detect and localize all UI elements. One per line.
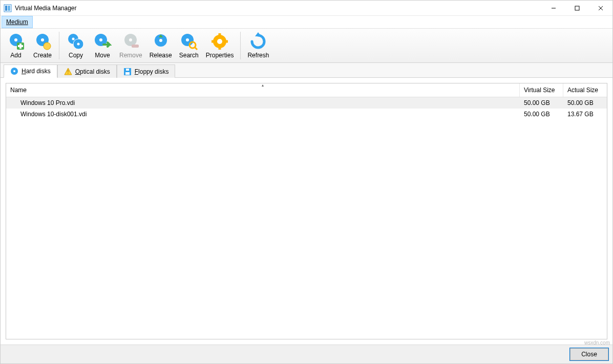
- disk-add-icon: [7, 32, 25, 51]
- properties-icon: [210, 32, 229, 51]
- remove-button: Remove: [117, 31, 145, 60]
- column-actual-size-label: Actual Size: [567, 87, 598, 94]
- cell-actual-size: 13.67 GB: [563, 111, 607, 118]
- svg-point-25: [159, 39, 162, 42]
- tab-optical-disks-label: ptical disks: [80, 68, 110, 75]
- content-area: Name ▴ Virtual Size Actual Size Windows …: [1, 78, 612, 345]
- toolbar-separator: [59, 32, 59, 59]
- svg-rect-1: [5, 6, 7, 11]
- footer: Close: [1, 345, 612, 363]
- svg-point-22: [129, 38, 132, 41]
- table-row[interactable]: Windows 10 Pro.vdi 50.00 GB 50.00 GB: [6, 97, 607, 109]
- properties-label: Properties: [206, 52, 234, 59]
- move-label: Move: [95, 52, 110, 59]
- hard-disk-icon: [10, 67, 18, 75]
- release-label: Release: [150, 52, 172, 59]
- table-row[interactable]: Windows 10-disk001.vdi 50.00 GB 13.67 GB: [6, 109, 607, 120]
- remove-label: Remove: [119, 52, 142, 59]
- menu-bar: Medium: [1, 16, 612, 28]
- copy-button[interactable]: Copy: [64, 31, 88, 60]
- disk-search-icon: [180, 32, 198, 51]
- svg-rect-41: [126, 69, 129, 71]
- tab-floppy-disks-label: loppy disks: [138, 68, 168, 75]
- svg-text:!: !: [67, 69, 69, 75]
- add-label: Add: [10, 52, 21, 59]
- svg-rect-4: [575, 6, 579, 10]
- window-title: Virtual Media Manager: [15, 5, 77, 12]
- warning-icon: !: [64, 68, 72, 76]
- properties-button[interactable]: Properties: [203, 31, 237, 60]
- disk-create-icon: [33, 32, 52, 51]
- search-button[interactable]: Search: [177, 31, 201, 60]
- disk-move-icon: [93, 32, 112, 51]
- rows-container: Windows 10 Pro.vdi 50.00 GB 50.00 GB Win…: [6, 97, 607, 339]
- tab-hard-disks[interactable]: Hard disks: [4, 65, 57, 78]
- minimize-button[interactable]: [542, 1, 565, 16]
- app-window: Virtual Media Manager Medium Add Create: [0, 0, 613, 364]
- svg-point-20: [99, 38, 102, 41]
- disk-remove-icon: [121, 32, 140, 51]
- column-name[interactable]: Name ▴: [6, 83, 520, 97]
- svg-point-18: [77, 43, 80, 46]
- menu-medium-label: Medium: [6, 18, 28, 26]
- cell-name: Windows 10 Pro.vdi: [6, 99, 520, 106]
- close-button[interactable]: Close: [570, 348, 608, 360]
- column-actual-size[interactable]: Actual Size: [563, 83, 607, 97]
- add-button[interactable]: Add: [4, 31, 28, 60]
- app-icon: [4, 4, 12, 12]
- cell-virtual-size: 50.00 GB: [520, 111, 563, 118]
- svg-rect-23: [132, 45, 139, 48]
- tab-optical-disks[interactable]: ! Optical disks: [57, 65, 117, 78]
- svg-rect-11: [18, 45, 23, 47]
- title-bar: Virtual Media Manager: [1, 1, 612, 16]
- maximize-button[interactable]: [565, 1, 589, 16]
- column-name-label: Name: [10, 87, 27, 94]
- close-window-button[interactable]: [589, 1, 612, 16]
- search-label: Search: [179, 52, 199, 59]
- cell-virtual-size: 50.00 GB: [520, 99, 563, 106]
- svg-point-37: [13, 70, 15, 72]
- refresh-label: Refresh: [247, 52, 269, 59]
- disk-copy-icon: [67, 32, 85, 51]
- sort-indicator-icon: ▴: [262, 83, 264, 88]
- refresh-button[interactable]: Refresh: [245, 31, 271, 60]
- create-button[interactable]: Create: [30, 31, 55, 60]
- svg-rect-2: [8, 6, 10, 11]
- svg-point-16: [72, 38, 75, 40]
- tab-row: Hard disks ! Optical disks Floppy disks: [1, 63, 612, 78]
- copy-label: Copy: [69, 52, 83, 59]
- svg-point-8: [14, 38, 17, 41]
- svg-point-14: [44, 42, 51, 50]
- toolbar-separator: [240, 32, 241, 59]
- release-button[interactable]: Release: [147, 31, 175, 60]
- tab-hard-disks-label: ard disks: [26, 68, 51, 75]
- svg-point-13: [41, 38, 44, 41]
- move-button[interactable]: Move: [90, 31, 115, 60]
- toolbar: Add Create Copy Move Remove: [1, 28, 612, 63]
- svg-point-31: [217, 39, 222, 44]
- column-headers: Name ▴ Virtual Size Actual Size: [6, 83, 607, 97]
- svg-rect-40: [125, 72, 130, 75]
- floppy-icon: [123, 68, 132, 76]
- cell-name: Windows 10-disk001.vdi: [6, 111, 520, 118]
- disk-release-icon: [152, 32, 170, 51]
- svg-line-29: [195, 47, 197, 50]
- tab-floppy-disks[interactable]: Floppy disks: [117, 65, 176, 78]
- disk-list: Name ▴ Virtual Size Actual Size Windows …: [6, 83, 607, 339]
- refresh-icon: [249, 32, 267, 51]
- watermark: wsxdn.com: [584, 340, 610, 346]
- column-virtual-size[interactable]: Virtual Size: [520, 83, 563, 97]
- create-label: Create: [33, 52, 52, 59]
- cell-actual-size: 50.00 GB: [563, 99, 607, 106]
- menu-medium[interactable]: Medium: [2, 16, 33, 28]
- column-virtual-size-label: Virtual Size: [524, 87, 555, 94]
- svg-point-27: [186, 38, 189, 41]
